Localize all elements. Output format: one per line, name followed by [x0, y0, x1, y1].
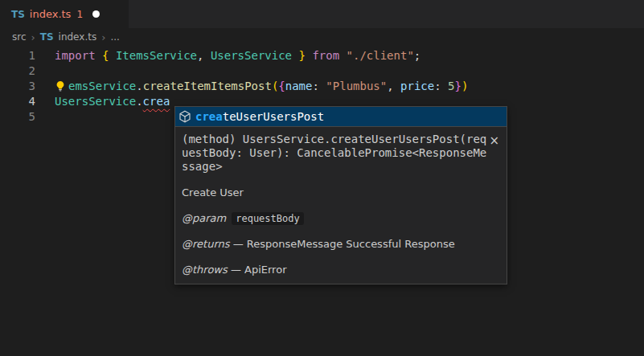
- code-line[interactable]: 2: [0, 63, 644, 79]
- code-token: import: [55, 49, 96, 62]
- code-token: :: [434, 80, 448, 92]
- breadcrumb-item-symbol[interactable]: ...: [110, 31, 119, 43]
- code-token: createItemItemsPost: [143, 80, 272, 92]
- suggestion-match-text: crea: [195, 110, 223, 123]
- tab-problem-count-badge: 1: [76, 9, 83, 20]
- breadcrumb: src › TS index.ts › ...: [0, 28, 644, 46]
- signature-line: (method) UsersService.createUserUsersPos…: [182, 133, 500, 146]
- code-token: ItemsService: [116, 49, 197, 62]
- jsdoc-tag-row: @returns — ResponseMessage Successful Re…: [182, 238, 500, 251]
- code-line[interactable]: 1import { ItemsService, UsersService } f…: [0, 48, 644, 63]
- close-icon[interactable]: ×: [489, 135, 499, 146]
- method-signature: (method) UsersService.createUserUsersPos…: [182, 133, 500, 174]
- code-token: emsService: [68, 80, 136, 92]
- symbol-method-cube-icon: [178, 110, 191, 123]
- suggestion-item-selected[interactable]: createUserUsersPost: [175, 107, 507, 126]
- unsaved-changes-dot-icon[interactable]: [92, 10, 100, 18]
- line-number: 3: [0, 79, 35, 94]
- code-token: price: [400, 80, 434, 92]
- tab-file-name: index.ts: [30, 8, 72, 20]
- suggestion-label: createUserUsersPost: [195, 110, 324, 123]
- code-token: 5: [448, 80, 454, 92]
- jsdoc-tag-name: @returns: [182, 238, 230, 250]
- line-number: 1: [0, 48, 35, 63]
- code-token: [292, 49, 298, 62]
- code-text[interactable]: UsersService.crea: [35, 94, 170, 109]
- breadcrumb-item-file[interactable]: index.ts: [59, 31, 97, 43]
- code-token: UsersService: [55, 95, 136, 108]
- code-token: name: [285, 80, 313, 92]
- code-token: ,: [387, 80, 400, 92]
- suggestion-rest-text: teUserUsersPost: [223, 110, 324, 123]
- tab-bar: TS index.ts 1: [0, 0, 644, 28]
- code-token: UsersService: [211, 49, 292, 62]
- chevron-right-icon: ›: [101, 31, 105, 43]
- code-text[interactable]: emsService.createItemItemsPost({name: "P…: [35, 79, 468, 94]
- code-text[interactable]: [35, 109, 55, 125]
- jsdoc-tags: @paramrequestBody@returns — ResponseMess…: [182, 212, 500, 276]
- line-number: 2: [0, 63, 35, 79]
- line-number: 5: [0, 109, 35, 125]
- suggestion-docs-panel: (method) UsersService.createUserUsersPos…: [175, 126, 507, 284]
- jsdoc-tag-text: — ResponseMessage Successful Response: [230, 238, 455, 250]
- code-token: crea: [143, 95, 170, 108]
- code-token: ;: [414, 49, 420, 62]
- code-text[interactable]: [35, 63, 55, 79]
- chevron-right-icon: ›: [31, 31, 35, 43]
- typescript-file-icon: TS: [11, 9, 25, 20]
- breadcrumb-item-src[interactable]: src: [12, 31, 27, 43]
- code-token: [96, 49, 102, 62]
- intellisense-suggest-widget: createUserUsersPost (method) UsersServic…: [174, 106, 507, 284]
- jsdoc-tag-row: @throws — ApiError: [182, 264, 500, 276]
- jsdoc-tag-text: — ApiError: [228, 264, 287, 276]
- jsdoc-param-chip: requestBody: [232, 212, 303, 225]
- code-token: [339, 49, 346, 62]
- typescript-file-icon: TS: [40, 31, 54, 43]
- code-token: :: [312, 80, 326, 92]
- line-number: 4: [0, 94, 35, 109]
- code-token: {: [278, 80, 285, 92]
- jsdoc-tag-name: @param: [182, 212, 226, 224]
- code-token: from: [312, 49, 339, 62]
- code-token: ): [461, 80, 468, 92]
- signature-line: uestBody: User): CancelablePromise<Respo…: [182, 146, 500, 160]
- jsdoc-tag-row: @paramrequestBody: [182, 212, 500, 225]
- code-token: }: [299, 49, 306, 62]
- code-token: "./client": [347, 49, 414, 62]
- code-line[interactable]: 3emsService.createItemItemsPost({name: "…: [0, 79, 644, 94]
- tab-index-ts[interactable]: TS index.ts 1: [0, 0, 129, 28]
- code-token: }: [455, 80, 461, 92]
- code-token: ,: [197, 49, 211, 62]
- code-token: .: [136, 80, 142, 92]
- signature-line: ssage>: [182, 160, 500, 174]
- code-text[interactable]: import { ItemsService, UsersService } fr…: [35, 48, 420, 63]
- code-token: "Plumbus": [326, 80, 387, 92]
- code-token: .: [136, 95, 142, 108]
- code-token: [109, 49, 115, 62]
- docs-summary: Create User: [182, 186, 500, 199]
- jsdoc-tag-name: @throws: [182, 264, 228, 276]
